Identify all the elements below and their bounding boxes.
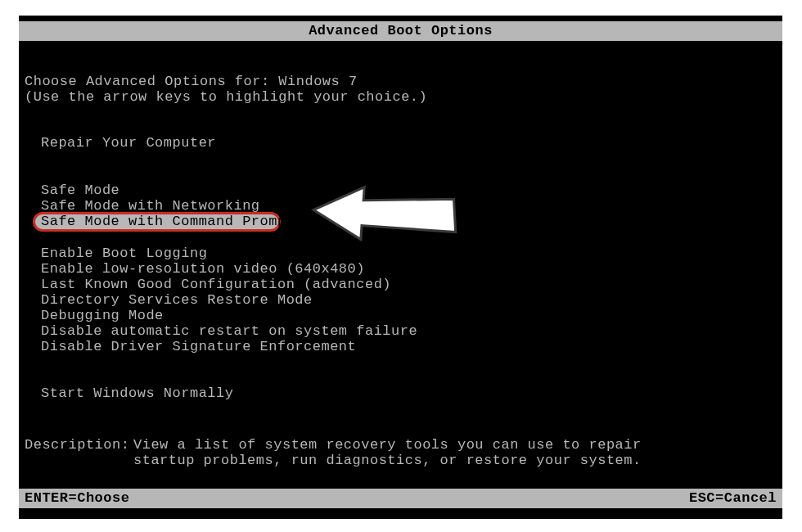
menu-repair-computer[interactable]: Repair Your Computer <box>41 135 216 151</box>
menu-boot-logging[interactable]: Enable Boot Logging <box>41 246 207 261</box>
menu-disable-auto-restart[interactable]: Disable automatic restart on system fail… <box>41 323 417 339</box>
menu-last-known-good[interactable]: Last Known Good Configuration (advanced) <box>41 277 391 292</box>
status-esc: ESC=Cancel <box>689 489 777 508</box>
description-label: Description: <box>25 437 129 453</box>
description-line1: View a list of system recovery tools you… <box>133 437 642 453</box>
menu-safe-mode-command-prompt-selected[interactable]: Safe Mode with Command Prompt <box>33 212 281 232</box>
menu-disable-driver-sig[interactable]: Disable Driver Signature Enforcement <box>41 339 356 354</box>
pointer-arrow-icon <box>297 182 461 247</box>
menu-safe-mode[interactable]: Safe Mode <box>41 183 119 198</box>
choose-label: Choose Advanced Options for: Windows 7 <box>25 74 358 89</box>
menu-ds-restore-mode[interactable]: Directory Services Restore Mode <box>41 292 313 308</box>
hint-label: (Use the arrow keys to highlight your ch… <box>25 89 427 105</box>
status-enter: ENTER=Choose <box>25 489 129 508</box>
status-bar: ENTER=Choose ESC=Cancel <box>19 489 782 508</box>
title-bar: Advanced Boot Options <box>19 21 782 41</box>
title-text: Advanced Boot Options <box>309 23 493 38</box>
svg-marker-0 <box>312 183 458 246</box>
canvas: Advanced Boot Options Choose Advanced Op… <box>0 0 802 532</box>
menu-start-normally[interactable]: Start Windows Normally <box>41 385 233 401</box>
description-line2: startup problems, run diagnostics, or re… <box>133 453 642 468</box>
menu-debugging-mode[interactable]: Debugging Mode <box>41 308 164 323</box>
menu-low-res-video[interactable]: Enable low-resolution video (640x480) <box>41 261 365 277</box>
boot-screen[interactable]: Advanced Boot Options Choose Advanced Op… <box>19 16 782 519</box>
